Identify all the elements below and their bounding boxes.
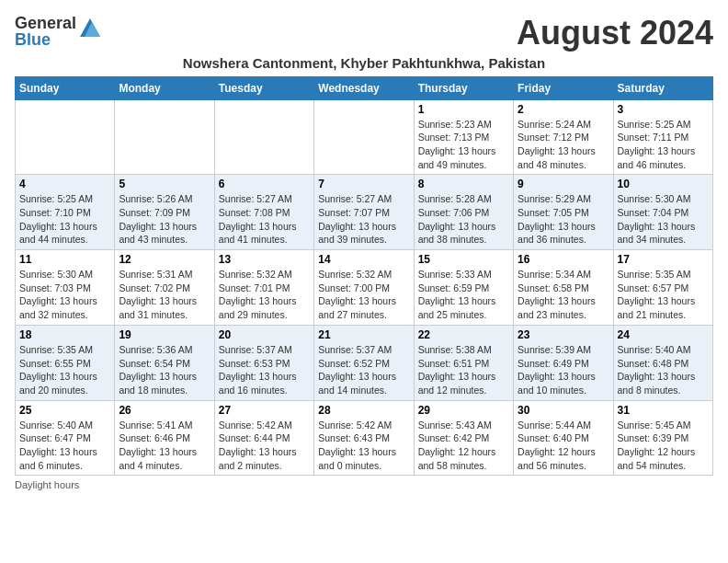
calendar-cell: 14Sunrise: 5:32 AM Sunset: 7:00 PM Dayli… xyxy=(314,250,414,326)
daylight-hours-label: Daylight hours xyxy=(15,479,79,490)
day-info: Sunrise: 5:42 AM Sunset: 6:44 PM Dayligh… xyxy=(219,419,310,473)
day-info: Sunrise: 5:26 AM Sunset: 7:09 PM Dayligh… xyxy=(119,192,210,247)
day-number: 22 xyxy=(418,328,509,341)
weekday-header-row: SundayMondayTuesdayWednesdayThursdayFrid… xyxy=(16,76,713,99)
day-number: 3 xyxy=(618,103,709,116)
day-number: 4 xyxy=(19,178,110,190)
day-info: Sunrise: 5:23 AM Sunset: 7:13 PM Dayligh… xyxy=(418,118,509,172)
day-number: 6 xyxy=(219,178,310,190)
calendar-cell: 3Sunrise: 5:25 AM Sunset: 7:11 PM Daylig… xyxy=(613,99,712,175)
day-info: Sunrise: 5:28 AM Sunset: 7:06 PM Dayligh… xyxy=(418,192,509,247)
calendar-cell: 19Sunrise: 5:36 AM Sunset: 6:54 PM Dayli… xyxy=(115,325,214,400)
day-info: Sunrise: 5:42 AM Sunset: 6:43 PM Dayligh… xyxy=(318,419,409,473)
day-info: Sunrise: 5:24 AM Sunset: 7:12 PM Dayligh… xyxy=(518,118,609,172)
day-number: 12 xyxy=(119,253,210,266)
calendar-cell: 9Sunrise: 5:29 AM Sunset: 7:05 PM Daylig… xyxy=(514,175,613,250)
day-number: 13 xyxy=(219,253,310,266)
day-number: 2 xyxy=(518,103,609,116)
day-info: Sunrise: 5:31 AM Sunset: 7:02 PM Dayligh… xyxy=(119,268,210,322)
day-info: Sunrise: 5:30 AM Sunset: 7:04 PM Dayligh… xyxy=(618,192,709,247)
calendar-cell: 26Sunrise: 5:41 AM Sunset: 6:46 PM Dayli… xyxy=(115,400,214,476)
calendar-week-row: 11Sunrise: 5:30 AM Sunset: 7:03 PM Dayli… xyxy=(16,250,713,326)
day-info: Sunrise: 5:35 AM Sunset: 6:57 PM Dayligh… xyxy=(618,268,709,322)
calendar-cell: 29Sunrise: 5:43 AM Sunset: 6:42 PM Dayli… xyxy=(414,400,513,476)
calendar-cell: 27Sunrise: 5:42 AM Sunset: 6:44 PM Dayli… xyxy=(214,400,313,476)
calendar-cell: 28Sunrise: 5:42 AM Sunset: 6:43 PM Dayli… xyxy=(314,400,414,476)
day-info: Sunrise: 5:45 AM Sunset: 6:39 PM Dayligh… xyxy=(618,419,709,473)
day-number: 29 xyxy=(418,404,509,417)
calendar-cell: 16Sunrise: 5:34 AM Sunset: 6:58 PM Dayli… xyxy=(514,250,613,326)
day-info: Sunrise: 5:25 AM Sunset: 7:11 PM Dayligh… xyxy=(618,118,709,172)
day-number: 28 xyxy=(318,404,409,417)
day-number: 17 xyxy=(618,253,709,266)
calendar-cell: 6Sunrise: 5:27 AM Sunset: 7:08 PM Daylig… xyxy=(214,175,313,250)
calendar-cell: 31Sunrise: 5:45 AM Sunset: 6:39 PM Dayli… xyxy=(613,400,712,476)
day-number: 23 xyxy=(518,328,609,341)
day-info: Sunrise: 5:33 AM Sunset: 6:59 PM Dayligh… xyxy=(418,268,509,322)
day-number: 26 xyxy=(119,404,210,417)
weekday-header-cell: Thursday xyxy=(414,76,513,99)
day-number: 14 xyxy=(318,253,409,266)
day-number: 8 xyxy=(418,178,509,190)
weekday-header-cell: Sunday xyxy=(16,76,115,99)
day-number: 9 xyxy=(518,178,609,190)
weekday-header-cell: Tuesday xyxy=(214,76,313,99)
calendar-cell: 11Sunrise: 5:30 AM Sunset: 7:03 PM Dayli… xyxy=(16,250,115,326)
calendar-cell xyxy=(115,99,214,175)
calendar-cell: 5Sunrise: 5:26 AM Sunset: 7:09 PM Daylig… xyxy=(115,175,214,250)
calendar-cell: 15Sunrise: 5:33 AM Sunset: 6:59 PM Dayli… xyxy=(414,250,513,326)
day-info: Sunrise: 5:38 AM Sunset: 6:51 PM Dayligh… xyxy=(418,343,509,397)
calendar-cell: 23Sunrise: 5:39 AM Sunset: 6:49 PM Dayli… xyxy=(514,325,613,400)
day-info: Sunrise: 5:30 AM Sunset: 7:03 PM Dayligh… xyxy=(19,268,110,322)
calendar-cell: 12Sunrise: 5:31 AM Sunset: 7:02 PM Dayli… xyxy=(115,250,214,326)
logo-icon xyxy=(80,18,100,40)
calendar-cell: 2Sunrise: 5:24 AM Sunset: 7:12 PM Daylig… xyxy=(514,99,613,175)
footer-note: Daylight hours xyxy=(15,479,713,490)
page-header: General Blue August 2024 xyxy=(15,15,713,52)
day-info: Sunrise: 5:36 AM Sunset: 6:54 PM Dayligh… xyxy=(119,343,210,397)
logo-general-text: General xyxy=(15,15,76,31)
day-number: 10 xyxy=(618,178,709,190)
day-number: 21 xyxy=(318,328,409,341)
calendar-cell: 1Sunrise: 5:23 AM Sunset: 7:13 PM Daylig… xyxy=(414,99,513,175)
day-info: Sunrise: 5:29 AM Sunset: 7:05 PM Dayligh… xyxy=(518,192,609,247)
calendar-cell xyxy=(16,99,115,175)
day-info: Sunrise: 5:40 AM Sunset: 6:48 PM Dayligh… xyxy=(618,343,709,397)
calendar-cell: 8Sunrise: 5:28 AM Sunset: 7:06 PM Daylig… xyxy=(414,175,513,250)
calendar-cell: 18Sunrise: 5:35 AM Sunset: 6:55 PM Dayli… xyxy=(16,325,115,400)
day-info: Sunrise: 5:39 AM Sunset: 6:49 PM Dayligh… xyxy=(518,343,609,397)
day-number: 24 xyxy=(618,328,709,341)
day-info: Sunrise: 5:35 AM Sunset: 6:55 PM Dayligh… xyxy=(19,343,110,397)
day-number: 16 xyxy=(518,253,609,266)
day-number: 20 xyxy=(219,328,310,341)
logo-blue-text: Blue xyxy=(15,31,76,48)
calendar-cell: 25Sunrise: 5:40 AM Sunset: 6:47 PM Dayli… xyxy=(16,400,115,476)
day-number: 18 xyxy=(19,328,110,341)
day-info: Sunrise: 5:41 AM Sunset: 6:46 PM Dayligh… xyxy=(119,419,210,473)
weekday-header-cell: Friday xyxy=(514,76,613,99)
calendar-cell xyxy=(314,99,414,175)
weekday-header-cell: Saturday xyxy=(613,76,712,99)
day-info: Sunrise: 5:43 AM Sunset: 6:42 PM Dayligh… xyxy=(418,419,509,473)
day-info: Sunrise: 5:32 AM Sunset: 7:01 PM Dayligh… xyxy=(219,268,310,322)
calendar-cell: 21Sunrise: 5:37 AM Sunset: 6:52 PM Dayli… xyxy=(314,325,414,400)
day-info: Sunrise: 5:40 AM Sunset: 6:47 PM Dayligh… xyxy=(19,419,110,473)
weekday-header-cell: Monday xyxy=(115,76,214,99)
day-info: Sunrise: 5:27 AM Sunset: 7:07 PM Dayligh… xyxy=(318,192,409,247)
day-number: 15 xyxy=(418,253,509,266)
logo: General Blue xyxy=(15,15,100,48)
day-number: 5 xyxy=(119,178,210,190)
day-number: 30 xyxy=(518,404,609,417)
day-number: 1 xyxy=(418,103,509,116)
calendar-week-row: 1Sunrise: 5:23 AM Sunset: 7:13 PM Daylig… xyxy=(16,99,713,175)
day-info: Sunrise: 5:37 AM Sunset: 6:52 PM Dayligh… xyxy=(318,343,409,397)
calendar-cell: 20Sunrise: 5:37 AM Sunset: 6:53 PM Dayli… xyxy=(214,325,313,400)
day-number: 19 xyxy=(119,328,210,341)
calendar-cell: 17Sunrise: 5:35 AM Sunset: 6:57 PM Dayli… xyxy=(613,250,712,326)
calendar-cell: 7Sunrise: 5:27 AM Sunset: 7:07 PM Daylig… xyxy=(314,175,414,250)
day-info: Sunrise: 5:25 AM Sunset: 7:10 PM Dayligh… xyxy=(19,192,110,247)
day-number: 11 xyxy=(19,253,110,266)
day-info: Sunrise: 5:27 AM Sunset: 7:08 PM Dayligh… xyxy=(219,192,310,247)
calendar-cell xyxy=(214,99,313,175)
day-number: 27 xyxy=(219,404,310,417)
